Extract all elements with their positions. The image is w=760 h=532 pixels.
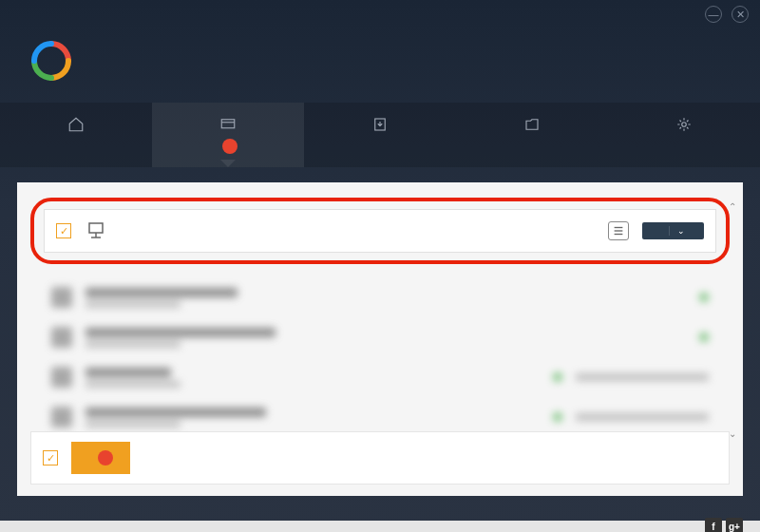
settings-icon: [674, 116, 694, 133]
updates-badge: [222, 139, 238, 154]
google-plus-icon[interactable]: g+: [726, 518, 743, 532]
select-all-checkbox[interactable]: ✓: [43, 450, 58, 466]
scrollbar[interactable]: ⌃ ⌄: [726, 201, 739, 439]
footer: f g+: [0, 521, 760, 532]
driver-row-blurred: [30, 357, 730, 397]
tab-driver-updates[interactable]: [152, 103, 304, 167]
chevron-down-icon[interactable]: ⌄: [669, 226, 685, 236]
tab-backup[interactable]: [304, 103, 456, 167]
scroll-up-icon[interactable]: ⌃: [726, 201, 739, 212]
backup-icon: [370, 116, 390, 133]
driver-row[interactable]: ✓ ⌄: [44, 209, 716, 253]
close-button[interactable]: ✕: [732, 6, 749, 23]
tab-settings[interactable]: [608, 103, 760, 167]
update-button[interactable]: ⌄: [642, 222, 704, 239]
svg-rect-4: [89, 223, 103, 233]
driver-row-blurred: [30, 317, 730, 357]
updates-icon: [218, 116, 238, 133]
facebook-icon[interactable]: f: [705, 518, 722, 532]
details-icon[interactable]: [608, 221, 629, 240]
brand-header: [0, 28, 760, 103]
home-icon: [66, 116, 86, 133]
minimize-button[interactable]: —: [705, 6, 722, 23]
restore-icon: [522, 116, 542, 133]
download-badge: [98, 450, 113, 466]
driver-list-panel: ✓ ⌄ ⌃ ⌄ ✓: [17, 182, 743, 496]
driver-row-blurred: [30, 277, 730, 317]
action-bar: ✓: [30, 431, 730, 484]
svg-rect-0: [221, 120, 235, 128]
tab-restore[interactable]: [456, 103, 608, 167]
network-card-icon: [85, 219, 107, 242]
main-tabs: [0, 103, 760, 167]
download-install-button[interactable]: [71, 442, 130, 474]
driver-checkbox[interactable]: ✓: [56, 223, 71, 238]
tab-home[interactable]: [0, 103, 152, 167]
app-logo-icon: [28, 38, 74, 84]
social-links: f g+: [705, 518, 743, 532]
window-controls: — ✕: [0, 0, 760, 28]
svg-point-3: [682, 123, 687, 127]
highlighted-driver: ✓ ⌄: [30, 198, 730, 264]
